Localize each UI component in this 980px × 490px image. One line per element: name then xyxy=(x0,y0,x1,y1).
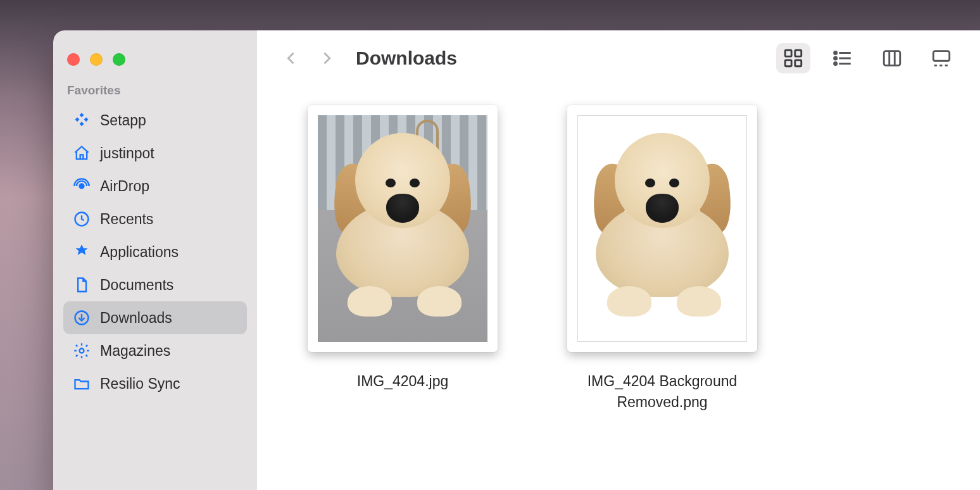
view-gallery-button[interactable] xyxy=(924,43,958,73)
minimize-window-button[interactable] xyxy=(90,53,103,66)
sidebar-item-label: justinpot xyxy=(100,145,154,162)
home-icon xyxy=(72,144,91,163)
location-title: Downloads xyxy=(356,47,457,69)
gear-icon xyxy=(72,341,91,360)
file-thumbnail xyxy=(567,105,757,352)
close-window-button[interactable] xyxy=(67,53,80,66)
svg-point-0 xyxy=(80,184,84,189)
file-name-label: IMG_4204 Background Removed.png xyxy=(567,371,757,413)
svg-rect-4 xyxy=(785,50,791,56)
svg-point-12 xyxy=(834,62,837,65)
folder-icon xyxy=(72,374,91,393)
file-item[interactable]: IMG_4204.jpg xyxy=(308,105,498,392)
sidebar-item-label: Setapp xyxy=(100,112,146,129)
view-column-button[interactable] xyxy=(875,43,909,73)
nav-back-button[interactable] xyxy=(279,46,304,71)
file-item[interactable]: IMG_4204 Background Removed.png xyxy=(567,105,757,413)
sidebar-item-label: Documents xyxy=(100,277,173,294)
sidebar-item-label: Applications xyxy=(100,244,179,261)
setapp-icon xyxy=(72,111,91,130)
view-list-button[interactable] xyxy=(826,43,860,73)
sidebar-item-applications[interactable]: Applications xyxy=(63,236,247,268)
sidebar-item-label: Recents xyxy=(100,211,153,228)
sidebar: Favorites Setapp justinpot AirDrop Recen… xyxy=(53,30,257,490)
sidebar-item-airdrop[interactable]: AirDrop xyxy=(63,170,247,203)
sidebar-item-documents[interactable]: Documents xyxy=(63,268,247,301)
document-icon xyxy=(72,275,91,294)
svg-rect-6 xyxy=(785,60,791,66)
sidebar-section-title: Favorites xyxy=(63,84,247,104)
window-controls xyxy=(63,49,247,84)
finder-window: Favorites Setapp justinpot AirDrop Recen… xyxy=(53,30,980,490)
nav-forward-button[interactable] xyxy=(314,46,339,71)
sidebar-item-resilio-sync[interactable]: Resilio Sync xyxy=(63,367,247,400)
dog-cutout-icon xyxy=(578,116,746,341)
svg-point-3 xyxy=(80,349,84,353)
sidebar-item-label: Resilio Sync xyxy=(100,375,180,393)
airdrop-icon xyxy=(72,177,91,196)
zoom-window-button[interactable] xyxy=(113,53,125,66)
sidebar-item-home[interactable]: justinpot xyxy=(63,137,247,170)
view-icon-button[interactable] xyxy=(776,43,810,73)
sidebar-item-downloads[interactable]: Downloads xyxy=(63,301,247,334)
dog-photo-icon xyxy=(318,115,487,342)
file-grid: IMG_4204.jpg xyxy=(257,80,980,490)
svg-rect-14 xyxy=(884,51,900,66)
file-name-label: IMG_4204.jpg xyxy=(357,371,448,392)
sidebar-item-setapp[interactable]: Setapp xyxy=(63,104,247,137)
sidebar-item-magazines[interactable]: Magazines xyxy=(63,334,247,367)
sidebar-item-label: Downloads xyxy=(100,310,172,327)
applications-icon xyxy=(72,242,91,261)
sidebar-item-recents[interactable]: Recents xyxy=(63,203,247,236)
svg-point-10 xyxy=(834,57,837,60)
svg-point-8 xyxy=(834,51,837,54)
view-mode-toggle xyxy=(776,43,958,73)
svg-rect-5 xyxy=(795,50,801,56)
sidebar-item-label: Magazines xyxy=(100,342,170,360)
file-thumbnail xyxy=(308,105,498,352)
main-pane: Downloads xyxy=(257,30,980,490)
svg-rect-17 xyxy=(933,51,950,61)
clock-icon xyxy=(72,210,91,229)
download-icon xyxy=(72,308,91,327)
svg-rect-7 xyxy=(795,60,801,66)
toolbar: Downloads xyxy=(257,30,980,80)
sidebar-item-label: AirDrop xyxy=(100,178,149,195)
